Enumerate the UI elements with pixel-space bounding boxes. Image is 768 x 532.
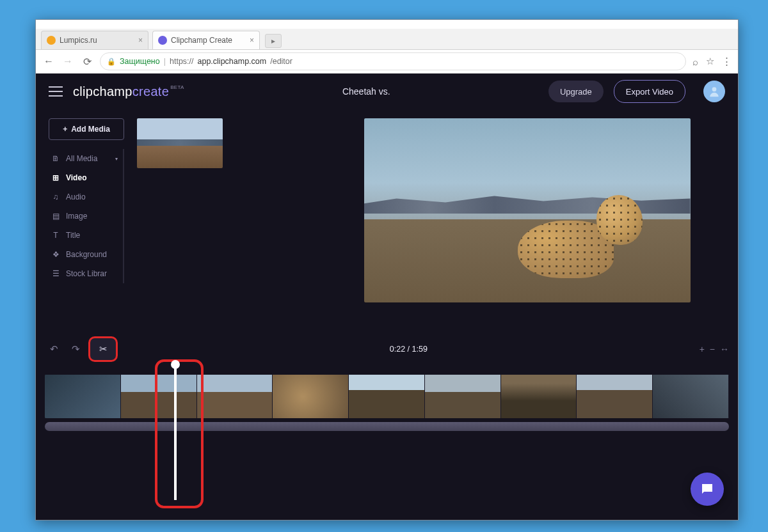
main-area: + Add Media 🗎 All Media ▾ ⊞ Video (36, 109, 738, 331)
svg-point-0 (712, 87, 717, 91)
url-path: /editor (270, 57, 292, 66)
sidebar-item-label: Video (66, 173, 86, 182)
video-track[interactable] (45, 375, 729, 418)
timeline-tracks (45, 375, 729, 464)
sidebar: + Add Media 🗎 All Media ▾ ⊞ Video (49, 118, 124, 331)
url-input[interactable]: 🔒 Защищено | https://app.clipchamp.com/e… (100, 52, 686, 70)
tab-strip: Lumpics.ru × Clipchamp Create × ▸ (36, 29, 738, 50)
project-title[interactable]: Cheetah vs. (195, 86, 538, 97)
time-display: 0:22 / 1:59 (118, 345, 700, 354)
upgrade-button[interactable]: Upgrade (548, 81, 604, 102)
preview-canvas[interactable] (364, 118, 691, 302)
clip-frame[interactable] (501, 375, 577, 418)
user-icon (708, 85, 721, 98)
bookmark-icon[interactable]: ☆ (706, 56, 714, 67)
browser-tab-lumpics[interactable]: Lumpics.ru × (41, 31, 148, 49)
add-media-label: Add Media (71, 125, 110, 134)
scissors-highlight: ✂ (88, 336, 118, 362)
new-tab-button[interactable]: ▸ (265, 34, 282, 48)
clipchamp-app: clipchampcreateBETA Cheetah vs. Upgrade … (36, 74, 738, 520)
avatar[interactable] (703, 81, 725, 102)
tab-title: Clipchamp Create (171, 36, 232, 45)
scissors-icon: ✂ (99, 343, 108, 355)
file-icon: 🗎 (51, 154, 60, 163)
chevron-down-icon: ▾ (115, 156, 118, 162)
reload-icon[interactable]: ⟳ (81, 56, 93, 68)
sidebar-item-stock[interactable]: ☰ Stock Librar (49, 264, 120, 283)
lock-icon: 🔒 (107, 58, 116, 66)
clip-frame[interactable] (577, 375, 653, 418)
sidebar-item-all-media[interactable]: 🗎 All Media ▾ (49, 149, 120, 168)
forward-icon[interactable]: → (61, 56, 74, 67)
sidebar-item-label: Image (66, 212, 87, 221)
browser-window: Lumpics.ru × Clipchamp Create × ▸ ← → ⟳ … (35, 19, 739, 520)
sidebar-item-label: Stock Librar (66, 269, 107, 278)
tab-close-icon[interactable]: × (250, 36, 254, 45)
favicon-icon (158, 36, 167, 45)
sidebar-item-label: Audio (66, 192, 86, 201)
app-logo: clipchampcreateBETA (73, 84, 184, 99)
zoom-out-button[interactable]: − (710, 344, 715, 354)
media-grid (137, 118, 316, 331)
sidebar-item-background[interactable]: ❖ Background (49, 245, 120, 264)
browser-tab-clipchamp[interactable]: Clipchamp Create × (152, 31, 260, 49)
address-bar: ← → ⟳ 🔒 Защищено | https://app.clipchamp… (36, 50, 738, 74)
sidebar-item-video[interactable]: ⊞ Video (49, 168, 120, 187)
clip-frame[interactable] (121, 375, 197, 418)
secure-label: Защищено (120, 57, 160, 66)
add-media-button[interactable]: + Add Media (49, 118, 124, 140)
sidebar-item-audio[interactable]: ♫ Audio (49, 187, 120, 207)
text-icon: T (51, 231, 60, 240)
titlebar (36, 20, 738, 29)
translate-icon[interactable]: ⌕ (692, 56, 698, 67)
chat-fab[interactable] (691, 473, 724, 506)
zoom-fit-button[interactable]: ↔ (720, 344, 729, 354)
timeline-area: ↶ ↷ ✂ 0:22 / 1:59 + − ↔ (36, 331, 738, 520)
sidebar-item-image[interactable]: ▤ Image (49, 207, 120, 226)
tab-title: Lumpics.ru (60, 36, 97, 45)
url-host: app.clipchamp.com (198, 57, 267, 66)
zoom-in-button[interactable]: + (700, 344, 705, 354)
box-icon: ☰ (51, 269, 60, 278)
clip-frame[interactable] (273, 375, 349, 418)
clip-frame[interactable] (197, 375, 273, 418)
export-video-button[interactable]: Export Video (614, 80, 685, 103)
film-icon: ⊞ (51, 173, 60, 182)
playhead[interactable] (174, 363, 177, 500)
clip-frame[interactable] (45, 375, 121, 418)
redo-button[interactable]: ↷ (67, 341, 84, 357)
cheetah-illustration (518, 189, 652, 278)
layers-icon: ❖ (51, 250, 60, 259)
sidebar-item-title[interactable]: T Title (49, 226, 120, 245)
timeline-toolbar: ↶ ↷ ✂ 0:22 / 1:59 + − ↔ (45, 338, 729, 361)
media-thumbnail[interactable] (137, 118, 223, 168)
preview-panel (329, 118, 725, 331)
hamburger-icon[interactable] (49, 86, 63, 97)
chat-icon (700, 481, 715, 497)
tab-close-icon[interactable]: × (138, 36, 143, 45)
favicon-icon (47, 36, 56, 45)
sidebar-item-label: Title (66, 231, 80, 240)
url-scheme: https:// (170, 57, 194, 66)
undo-button[interactable]: ↶ (45, 341, 63, 357)
timeline-scrollbar[interactable] (45, 422, 729, 431)
split-button[interactable]: ✂ (94, 341, 112, 357)
plus-icon: + (63, 125, 67, 134)
sidebar-item-label: Background (66, 250, 107, 259)
clip-frame[interactable] (349, 375, 425, 418)
app-header: clipchampcreateBETA Cheetah vs. Upgrade … (36, 74, 738, 109)
menu-icon[interactable]: ⋮ (722, 56, 732, 67)
clip-frame[interactable] (425, 375, 501, 418)
music-icon: ♫ (51, 192, 60, 201)
image-icon: ▤ (51, 212, 60, 221)
clip-frame[interactable] (653, 375, 729, 418)
back-icon[interactable]: ← (42, 56, 55, 67)
sidebar-item-label: All Media (66, 154, 97, 163)
